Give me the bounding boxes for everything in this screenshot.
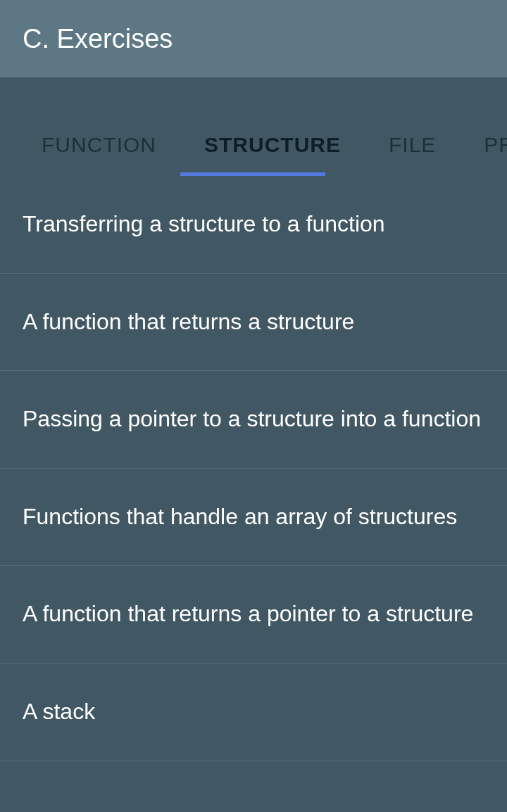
list-item-label: Passing a pointer to a structure into a … [23,405,484,434]
list-item[interactable]: A stack [0,664,507,761]
tab-structure[interactable]: STRUCTURE [204,133,341,157]
list-item-label: A stack [23,697,484,727]
tab-function[interactable]: FUNCTION [42,133,156,157]
exercise-list: Transferring a structure to a function A… [0,176,507,761]
page-title: C. Exercises [23,24,173,54]
tab-bar: TER FUNCTION STRUCTURE FILE PREPRO [0,77,507,176]
tab-strip: TER FUNCTION STRUCTURE FILE PREPRO [0,133,507,157]
list-item-label: A function that returns a pointer to a s… [23,600,484,629]
list-item[interactable]: Functions that handle an array of struct… [0,469,507,566]
list-item-label: Functions that handle an array of struct… [23,502,484,532]
list-item-label: Transferring a structure to a function [23,210,484,239]
list-item-label: A function that returns a structure [23,307,484,337]
list-item[interactable]: Passing a pointer to a structure into a … [0,371,507,469]
tab-indicator [180,172,325,176]
list-item[interactable]: A function that returns a pointer to a s… [0,566,507,664]
list-item[interactable]: Transferring a structure to a function [0,176,507,274]
list-item[interactable]: A function that returns a structure [0,274,507,372]
tab-prepro[interactable]: PREPRO [484,133,507,157]
app-header: C. Exercises [0,0,507,77]
tab-file[interactable]: FILE [389,133,436,157]
